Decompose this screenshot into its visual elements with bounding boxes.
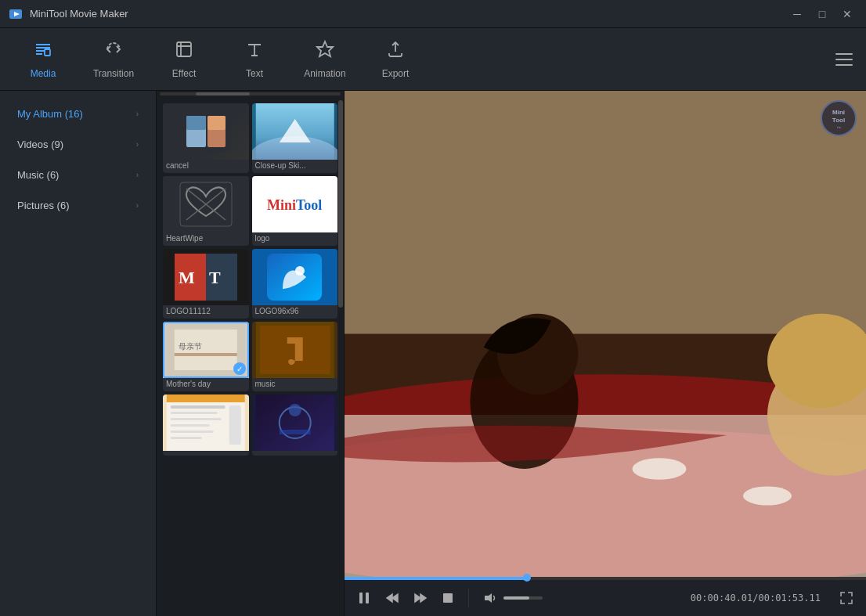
controls-divider (468, 589, 469, 607)
app-title: MiniTool Movie Maker (30, 8, 786, 20)
media-item-music[interactable]: music (252, 322, 338, 391)
stop-button[interactable] (438, 589, 457, 607)
svg-rect-66 (359, 593, 363, 603)
toolbar-item-text[interactable]: Text (219, 31, 290, 88)
svg-marker-4 (317, 41, 333, 56)
watermark: Mini Tool ™ (819, 99, 858, 138)
scroll1-thumbnail (163, 394, 249, 451)
selected-check: ✓ (233, 362, 246, 375)
media-grid: cancel (160, 100, 341, 459)
fullscreen-button[interactable] (836, 588, 857, 608)
pictures-label: Pictures (6) (17, 200, 136, 211)
svg-rect-41 (229, 405, 241, 445)
cancel-label: cancel (163, 160, 249, 173)
preview-area: Mini Tool ™ (345, 91, 866, 616)
sidebar-item-music[interactable]: Music (6) › (5, 161, 151, 189)
maximize-button[interactable]: □ (811, 6, 833, 22)
logo-label: logo (252, 232, 338, 246)
animation-icon (316, 40, 334, 63)
volume-control (480, 588, 543, 608)
toolbar-item-effect[interactable]: Effect (149, 31, 219, 88)
export-label: Export (382, 68, 410, 79)
svg-rect-27 (175, 330, 237, 370)
logo11112-label: LOGO11112 (163, 305, 249, 319)
media-scroll-area[interactable]: cancel (157, 97, 344, 616)
svg-text:Mini: Mini (267, 197, 296, 213)
toolbar-item-export[interactable]: Export (360, 31, 431, 88)
svg-rect-34 (167, 394, 245, 402)
svg-point-25 (295, 266, 305, 276)
scroll2-thumbnail (252, 394, 338, 451)
svg-text:M: M (179, 268, 195, 287)
closeup-thumbnail (252, 103, 338, 160)
minimize-button[interactable]: ─ (786, 6, 808, 22)
vertical-scrollbar[interactable] (337, 97, 344, 616)
svg-rect-9 (207, 116, 226, 130)
media-item-scroll1[interactable] (163, 394, 249, 456)
svg-text:T: T (209, 268, 221, 287)
scene-svg (345, 91, 866, 577)
svg-marker-71 (420, 594, 426, 602)
media-item-logo[interactable]: Mini Tool logo (252, 176, 338, 246)
volume-button[interactable] (480, 588, 500, 608)
media-item-heartwipe[interactable]: HeartWipe (163, 176, 249, 246)
pause-button[interactable] (354, 588, 374, 608)
toolbar-item-animation[interactable]: Animation (290, 31, 360, 88)
mothers-thumbnail: 母亲节 ✓ (163, 322, 249, 378)
svg-point-60 (633, 458, 687, 480)
main-toolbar: Media Transition Effect Text (0, 28, 866, 91)
toolbar-item-transition[interactable]: Transition (78, 31, 149, 88)
music-thumbnail (252, 322, 338, 378)
sidebar-item-myalbum[interactable]: My Album (16) › (5, 100, 151, 128)
volume-track[interactable] (503, 596, 543, 600)
scroll1-label (163, 451, 249, 456)
media-item-logo96[interactable]: LOGO96x96 (252, 249, 338, 319)
close-button[interactable]: ✕ (836, 6, 858, 22)
media-label: Media (31, 68, 56, 79)
svg-rect-2 (45, 49, 50, 56)
menu-line-2 (835, 59, 853, 60)
media-item-closeup[interactable]: Close-up Ski... (252, 103, 338, 173)
h-scroll-track (160, 92, 341, 95)
forward-button[interactable] (410, 588, 431, 608)
svg-rect-38 (171, 424, 210, 427)
pictures-arrow: › (136, 201, 139, 210)
heartwipe-thumbnail (163, 176, 249, 232)
rewind-button[interactable] (382, 588, 402, 608)
media-item-logo11112[interactable]: M T LOGO11112 (163, 249, 249, 319)
effect-label: Effect (172, 68, 196, 79)
media-item-scroll2[interactable] (252, 394, 338, 456)
media-grid-panel: cancel (157, 91, 345, 616)
svg-point-44 (288, 404, 301, 416)
media-item-cancel[interactable]: cancel (163, 103, 249, 173)
media-horizontal-scroll[interactable] (157, 91, 344, 97)
music-label: music (252, 378, 338, 391)
logo96-thumbnail (252, 249, 338, 305)
sidebar-item-videos[interactable]: Videos (9) › (5, 131, 151, 158)
myalbum-label: My Album (16) (17, 108, 136, 120)
menu-line-3 (835, 64, 853, 66)
svg-text:Mini: Mini (832, 109, 845, 116)
progress-bar[interactable] (345, 577, 866, 580)
toolbar-item-media[interactable]: Media (8, 31, 78, 88)
left-sidebar: My Album (16) › Videos (9) › Music (6) ›… (0, 91, 157, 616)
svg-rect-47 (345, 91, 866, 361)
media-item-mothers[interactable]: 母亲节 ✓ Mother's day (163, 322, 249, 391)
video-preview: Mini Tool ™ (345, 91, 866, 577)
svg-marker-70 (415, 594, 420, 602)
hamburger-menu[interactable] (830, 45, 858, 74)
h-scroll-thumb (196, 92, 250, 95)
effect-icon (175, 40, 193, 63)
closeup-label: Close-up Ski... (252, 160, 338, 173)
videos-arrow: › (136, 140, 139, 149)
sidebar-item-pictures[interactable]: Pictures (6) › (5, 192, 151, 219)
svg-point-61 (743, 486, 792, 505)
progress-dot (523, 574, 531, 582)
videos-label: Videos (9) (17, 139, 136, 150)
window-controls: ─ □ ✕ (786, 6, 858, 22)
animation-label: Animation (304, 68, 345, 79)
cancel-thumbnail (163, 103, 249, 160)
svg-rect-29 (175, 353, 237, 356)
controls-bar: 00:00:40.01/00:01:53.11 (345, 580, 866, 616)
svg-rect-39 (171, 430, 214, 433)
